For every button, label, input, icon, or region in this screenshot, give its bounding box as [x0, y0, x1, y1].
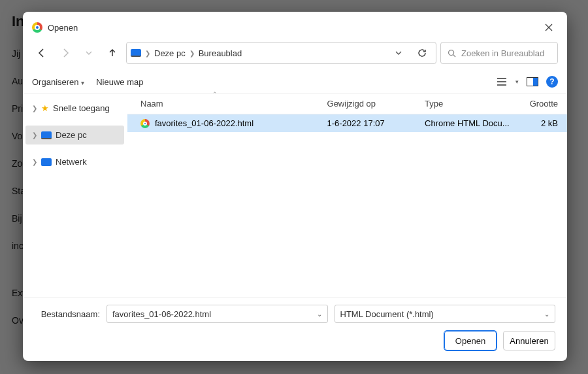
forward-button[interactable] [56, 43, 75, 63]
arrow-left-icon [37, 48, 46, 58]
network-icon [41, 158, 52, 166]
file-name: favorites_01-06-2022.html [155, 118, 253, 128]
file-row[interactable]: favorites_01-06-2022.html 1-6-2022 17:07… [127, 114, 567, 132]
tree-label: Deze pc [56, 130, 87, 140]
tree-label: Netwerk [56, 157, 87, 167]
chevron-right-icon: ❯ [32, 105, 37, 112]
column-headers: Naam Gewijzigd op Type Grootte [127, 94, 567, 114]
filename-value: favorites_01-06-2022.html [112, 309, 211, 319]
svg-rect-2 [533, 78, 538, 86]
chevron-right-icon: ❯ [32, 131, 37, 139]
list-icon [497, 77, 507, 86]
chevron-down-icon [395, 50, 402, 56]
search-placeholder: Zoeken in Bureaublad [461, 48, 544, 58]
pane-icon [527, 77, 538, 86]
chevron-down-icon: ▾ [515, 78, 519, 85]
preview-pane-button[interactable] [525, 75, 540, 89]
nav-row: ❯ Deze pc ❯ Bureaublad Zoeken in Bureaub… [23, 41, 567, 71]
breadcrumb-pc[interactable]: Deze pc [154, 48, 186, 58]
tree-label: Snelle toegang [53, 103, 110, 113]
search-input[interactable]: Zoeken in Bureaublad [440, 42, 558, 64]
pc-icon [41, 131, 52, 139]
bottom-panel: Bestandsnaam: favorites_01-06-2022.html … [23, 298, 567, 361]
filename-row: Bestandsnaam: favorites_01-06-2022.html … [35, 305, 555, 323]
close-button[interactable] [540, 18, 558, 37]
file-size: 2 kB [514, 118, 558, 128]
svg-point-0 [449, 50, 454, 55]
button-row: Openen Annuleren [35, 331, 555, 350]
file-type: Chrome HTML Docu... [425, 118, 514, 128]
refresh-icon [417, 48, 427, 58]
close-icon [545, 24, 553, 31]
view-options-button[interactable] [495, 75, 509, 89]
file-open-dialog: Openen ❯ Deze pc ❯ Bureaublad [23, 12, 567, 361]
breadcrumb-location[interactable]: Bureaublad [199, 48, 242, 58]
new-folder-button[interactable]: Nieuwe map [96, 77, 143, 87]
filetype-filter[interactable]: HTML Document (*.html) ⌄ [335, 305, 556, 323]
file-list: ⌃ Naam Gewijzigd op Type Grootte favorit… [127, 94, 567, 298]
dialog-title-text: Openen [48, 23, 78, 33]
back-button[interactable] [32, 43, 52, 63]
pc-icon [131, 49, 141, 57]
help-button[interactable]: ? [546, 76, 558, 88]
tree-network[interactable]: ❯ Netwerk [25, 152, 124, 171]
filename-label: Bestandsnaam: [35, 309, 100, 319]
col-type[interactable]: Type [425, 99, 514, 109]
arrow-right-icon [61, 48, 70, 58]
tree-this-pc[interactable]: ❯ Deze pc [25, 126, 124, 144]
chevron-down-icon: ⌄ [544, 311, 549, 318]
organize-menu[interactable]: Organiseren ▾ [32, 77, 84, 87]
cancel-button[interactable]: Annuleren [503, 331, 555, 350]
chevron-right-icon: ❯ [144, 50, 152, 57]
refresh-button[interactable] [412, 43, 432, 63]
tree-quick-access[interactable]: ❯ ★ Snelle toegang [25, 99, 124, 118]
chevron-right-icon: ❯ [188, 50, 196, 57]
sort-indicator-icon: ⌃ [212, 91, 218, 97]
col-size[interactable]: Grootte [514, 99, 558, 109]
chevron-right-icon: ❯ [32, 158, 37, 165]
chrome-file-icon [140, 119, 150, 128]
toolbar: Organiseren ▾ Nieuwe map ▾ ? [23, 71, 567, 94]
chrome-icon [32, 22, 42, 33]
col-modified[interactable]: Gewijzigd op [327, 99, 425, 109]
recent-menu[interactable] [79, 43, 99, 63]
open-button[interactable]: Openen [444, 331, 497, 350]
star-icon: ★ [41, 103, 49, 113]
up-button[interactable] [103, 43, 122, 63]
arrow-up-icon [108, 48, 117, 58]
search-icon [448, 49, 456, 58]
main-area: ❯ ★ Snelle toegang ❯ Deze pc ❯ Netwerk ⌃… [23, 94, 567, 298]
chevron-down-icon: ⌄ [317, 311, 322, 318]
breadcrumb-dropdown[interactable] [389, 43, 408, 63]
filename-input[interactable]: favorites_01-06-2022.html ⌄ [106, 305, 328, 323]
col-name[interactable]: Naam [140, 99, 327, 109]
file-modified: 1-6-2022 17:07 [327, 118, 425, 128]
dialog-titlebar: Openen [23, 12, 567, 41]
chevron-down-icon [86, 50, 92, 56]
breadcrumb[interactable]: ❯ Deze pc ❯ Bureaublad [126, 42, 436, 64]
nav-tree: ❯ ★ Snelle toegang ❯ Deze pc ❯ Netwerk [23, 94, 127, 298]
filter-value: HTML Document (*.html) [340, 309, 434, 319]
